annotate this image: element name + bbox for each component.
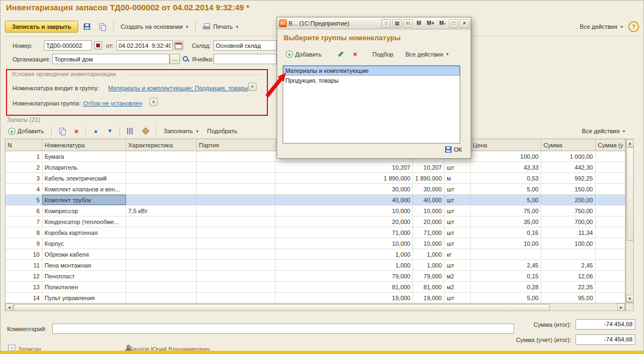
number-input[interactable] [44,40,92,51]
cell-qty_acc[interactable]: 81,000 [413,282,445,292]
table-row[interactable]: 4Комплект клапанов и вен...30,00030,000ш… [5,184,625,195]
delete-row-button[interactable]: × [71,126,82,137]
cell-price[interactable]: 5,00 [471,293,541,303]
cell-sum[interactable]: 200,00 [541,195,596,205]
cell-sum_acc[interactable] [596,238,626,249]
cell-sum_acc[interactable] [596,293,626,303]
cell-party[interactable] [197,238,276,249]
column-header[interactable]: Партия [197,139,276,151]
cell-qty_acc[interactable]: 10,207 [413,162,445,172]
cell-n[interactable]: 3 [5,173,42,183]
cell-price[interactable]: 75,00 [471,206,541,216]
cell-price[interactable]: 0,53 [471,173,541,183]
cell-char[interactable] [126,195,197,205]
cell-sum[interactable]: 1 000,00 [541,151,596,162]
dialog-pick-button[interactable]: Подбор [369,49,397,60]
horizontal-scroll-thumb[interactable] [14,304,550,311]
cell-qty[interactable]: 79,000 [276,271,413,281]
cell-sum_acc[interactable] [596,249,626,259]
cell-n[interactable]: 4 [5,184,42,194]
table-row[interactable]: 3Кабель электрический1 890,0001 890,000м… [5,173,625,184]
comment-input[interactable] [52,324,514,334]
cell-sum_acc[interactable] [596,206,626,216]
scroll-down-button[interactable]: ▼ [626,295,634,302]
cell-sum_acc[interactable] [596,184,626,194]
save-copy-button[interactable] [96,21,109,33]
cell-qty_acc[interactable]: 10,000 [413,238,445,249]
cell-n[interactable]: 7 [5,216,42,227]
table-row[interactable]: 2Испаритель10,20710,207шт43,33442,30 [5,162,625,173]
cell-n[interactable]: 5 [5,195,42,205]
table-row[interactable]: 9Корпус10,00010,000шт10,00100,00 [5,238,625,249]
cell-unit[interactable]: м2 [445,282,471,292]
cell-qty_acc[interactable]: 1,000 [413,249,445,259]
cell-party[interactable] [197,282,276,292]
cell-price[interactable]: 0,28 [471,282,541,292]
cell-char[interactable] [126,282,197,292]
cell-char[interactable] [126,184,197,194]
show-table-button[interactable]: ▦ [392,19,402,28]
stock-all-actions-button[interactable]: Все действия ▾ [579,126,628,136]
barcode-scanner-button[interactable] [124,126,137,136]
cell-name[interactable]: Пена монтажная [42,260,126,270]
cell-unit[interactable]: м [445,173,471,183]
cell-price[interactable]: 0,16 [471,227,541,238]
table-row[interactable]: 14Пульт управления19,00019,000шт5,0095,0… [5,293,625,303]
cell-price[interactable]: 100,00 [471,151,541,162]
cell-qty[interactable]: 71,000 [276,227,413,238]
cell-qty[interactable]: 10,000 [276,206,413,216]
cell-char[interactable] [126,293,197,303]
clear-group-filter-button[interactable]: × [248,83,257,91]
cell-sum_acc[interactable] [596,271,626,281]
cell-sum[interactable] [541,249,596,259]
cell-n[interactable]: 6 [5,206,42,216]
table-row[interactable]: 8Коробка картонная71,00071,000шт0,1611,3… [5,227,625,238]
cell-n[interactable]: 9 [5,238,42,249]
close-button[interactable]: × [460,19,469,28]
cell-qty[interactable]: 20,000 [276,216,413,227]
memory-button[interactable]: М [414,19,423,28]
cell-price[interactable] [471,249,541,259]
organization-search-button[interactable] [180,54,191,64]
move-down-button[interactable]: ▼ [104,126,116,136]
calendar-button[interactable]: 31 [403,19,412,28]
all-actions-button[interactable]: Все действия ▾ [577,21,626,32]
cell-name[interactable]: Комплект трубок [42,195,126,205]
scroll-left-button[interactable]: ◄ [5,303,13,311]
column-header[interactable]: N [5,139,42,151]
cell-qty_acc[interactable]: 1,000 [413,260,445,270]
date-input[interactable] [116,40,173,51]
cell-qty_acc[interactable]: 1 890,000 [413,173,445,183]
cell-party[interactable] [197,260,276,270]
column-header[interactable]: Сумма (у [596,139,626,151]
cell-name[interactable]: Пенопласт [42,271,126,281]
cell-qty[interactable]: 10,207 [276,162,413,172]
cell-sum_acc[interactable] [596,151,626,162]
cell-unit[interactable]: шт [445,184,471,194]
cell-name[interactable]: Обрезки кабеля [42,249,126,259]
cell-char[interactable] [126,249,197,259]
cell-unit[interactable]: шт [445,227,471,238]
cell-qty_acc[interactable]: 79,000 [413,271,445,281]
table-row[interactable]: 5Комплект трубок40,00040,000шт5,00200,00 [5,195,625,206]
cell-qty_acc[interactable]: 71,000 [413,227,445,238]
memory-plus-button[interactable]: М+ [425,19,436,28]
cell-qty[interactable]: 1,000 [276,249,413,259]
table-row[interactable]: 10Обрезки кабеля1,0001,000кг [5,249,625,260]
cell-char[interactable] [126,151,197,162]
cell-sum[interactable]: 750,00 [541,206,596,216]
scroll-right-button[interactable]: ► [617,303,625,311]
cell-sum[interactable]: 2,45 [541,260,596,270]
price-tag-button[interactable] [139,126,152,136]
table-row[interactable]: 6Компрессор7,5 кВт10,00010,000шт75,00750… [5,206,625,216]
cell-char[interactable] [126,238,197,249]
cell-unit[interactable]: шт [445,260,471,270]
cell-qty_acc[interactable]: 30,000 [413,184,445,194]
create-based-button[interactable]: Создать на основании ▾ [117,21,191,32]
cell-input[interactable] [214,54,277,64]
cell-unit[interactable]: шт [445,293,471,303]
cell-char[interactable]: 7,5 кВт [126,206,197,216]
scroll-up-button[interactable]: ▲ [626,139,634,147]
cell-sum[interactable]: 442,30 [541,162,596,172]
help-button[interactable]: ? [628,21,639,32]
